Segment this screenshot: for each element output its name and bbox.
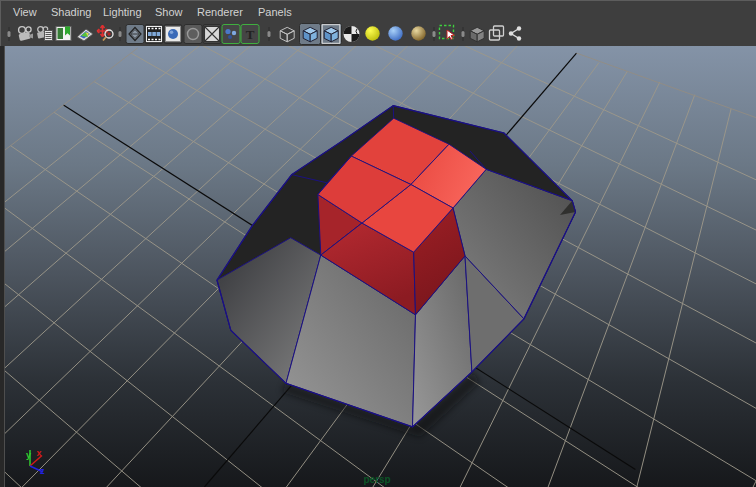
svg-text:z: z xyxy=(40,466,45,476)
svg-text:persp: persp xyxy=(364,474,391,485)
svg-text:x: x xyxy=(37,448,42,458)
svg-text:T: T xyxy=(246,27,255,42)
svg-text:y: y xyxy=(26,450,31,460)
